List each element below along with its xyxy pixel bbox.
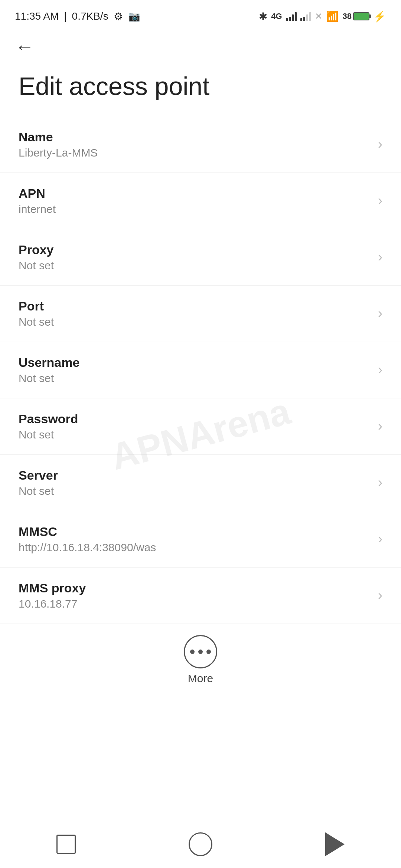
settings-value-name: Liberty-La-MMS [19,147,371,159]
chevron-right-port: › [378,306,382,321]
speed-display: 0.7KB/s [72,10,108,22]
no-signal-icon: ✕ [315,11,322,22]
more-button-area: More [0,624,401,692]
chevron-right-username: › [378,362,382,378]
settings-item-content-port: Port Not set [19,299,371,328]
battery-percent: 38 [343,11,352,21]
chevron-right-apn: › [378,193,382,208]
settings-value-username: Not set [19,372,371,385]
status-right: ✱ 4G ✕ 📶 38 ⚡ [259,10,386,23]
dot-1 [190,650,195,654]
chevron-right-mms-proxy: › [378,588,382,603]
settings-item-password[interactable]: Password Not set › [0,398,401,455]
chevron-right-proxy: › [378,249,382,265]
settings-label-server: Server [19,468,371,483]
settings-item-port[interactable]: Port Not set › [0,286,401,342]
settings-value-mms-proxy: 10.16.18.77 [19,598,371,610]
chevron-right-password: › [378,418,382,434]
settings-item-content-server: Server Not set [19,468,371,497]
back-button[interactable]: ← [15,37,34,56]
settings-item-content-proxy: Proxy Not set [19,243,371,272]
nav-triangle-icon [325,832,345,856]
status-left: 11:35 AM | 0.7KB/s ⚙ 📷 [15,10,140,23]
more-button[interactable] [184,635,217,668]
dot-3 [206,650,211,654]
separator: | [64,10,66,22]
settings-item-content-password: Password Not set [19,412,371,441]
settings-label-username: Username [19,355,371,370]
settings-label-proxy: Proxy [19,243,371,257]
signal-bars-primary [286,11,297,21]
dot-2 [198,650,203,654]
nav-circle-icon [189,832,212,856]
page-title: Edit access point [0,60,401,109]
settings-label-password: Password [19,412,371,426]
settings-item-mms-proxy[interactable]: MMS proxy 10.16.18.77 › [0,568,401,624]
settings-item-content-apn: APN internet [19,186,371,216]
settings-label-name: Name [19,130,371,144]
settings-label-port: Port [19,299,371,313]
nav-recents-button[interactable] [56,835,76,854]
more-label: More [188,672,213,685]
settings-list: Name Liberty-La-MMS › APN internet › Pro… [0,116,401,624]
settings-item-content-mms-proxy: MMS proxy 10.16.18.77 [19,581,371,610]
nav-back-button[interactable] [325,832,345,856]
settings-icon: ⚙ [114,10,123,23]
settings-item-username[interactable]: Username Not set › [0,342,401,398]
wifi-icon: 📶 [326,10,339,23]
bluetooth-icon: ✱ [259,10,267,23]
chevron-right-name: › [378,137,382,152]
toolbar: ← [0,30,401,60]
more-dots-icon [190,650,211,654]
status-bar: 11:35 AM | 0.7KB/s ⚙ 📷 ✱ 4G ✕ 📶 38 ⚡ [0,0,401,30]
settings-item-content-mmsc: MMSC http://10.16.18.4:38090/was [19,525,371,554]
settings-value-server: Not set [19,485,371,497]
nav-bar [0,820,401,868]
settings-value-port: Not set [19,316,371,328]
settings-item-content-username: Username Not set [19,355,371,385]
network-4g-label: 4G [271,11,282,21]
battery-box: 38 [343,11,369,21]
battery-indicator [353,12,369,20]
signal-bars-secondary [300,11,311,21]
settings-item-mmsc[interactable]: MMSC http://10.16.18.4:38090/was › [0,511,401,568]
settings-label-apn: APN [19,186,371,201]
settings-value-proxy: Not set [19,259,371,272]
settings-value-apn: internet [19,203,371,216]
settings-item-proxy[interactable]: Proxy Not set › [0,229,401,286]
camera-icon: 📷 [128,11,140,22]
time-display: 11:35 AM [15,10,59,22]
chevron-right-mmsc: › [378,531,382,547]
settings-item-server[interactable]: Server Not set › [0,455,401,511]
settings-label-mms-proxy: MMS proxy [19,581,371,595]
settings-item-name[interactable]: Name Liberty-La-MMS › [0,116,401,173]
charging-icon: ⚡ [373,10,386,23]
battery-fill [355,14,363,19]
settings-value-password: Not set [19,428,371,441]
settings-label-mmsc: MMSC [19,525,371,539]
settings-item-apn[interactable]: APN internet › [0,173,401,229]
nav-home-button[interactable] [189,832,212,856]
nav-square-icon [56,835,76,854]
settings-item-content-name: Name Liberty-La-MMS [19,130,371,159]
chevron-right-server: › [378,475,382,490]
settings-value-mmsc: http://10.16.18.4:38090/was [19,541,371,554]
